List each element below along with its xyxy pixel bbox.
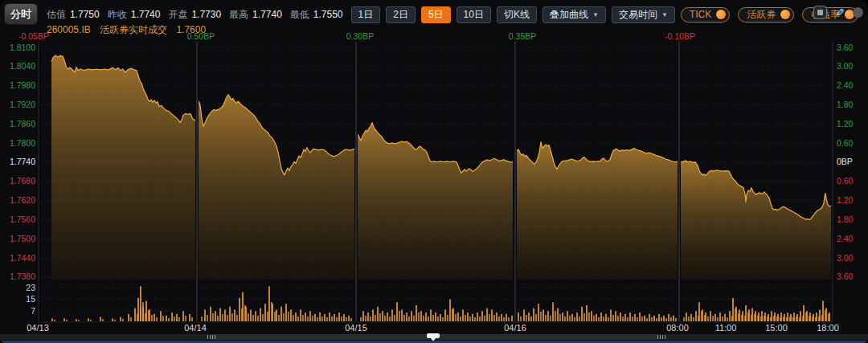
field-prev-close: 昨收 1.7740 (108, 8, 161, 22)
svg-text:1.7740: 1.7740 (10, 157, 35, 166)
draw-tool-icon[interactable]: ✎ (835, 6, 845, 19)
svg-text:1.80: 1.80 (837, 214, 854, 224)
svg-text:1.8100: 1.8100 (10, 43, 35, 52)
svg-text:0.30BP: 0.30BP (346, 31, 374, 41)
field-value: 1.7740 (131, 9, 161, 20)
toggle-knob-icon (780, 10, 790, 19)
svg-text:04/14: 04/14 (184, 323, 207, 333)
svg-text:1.7680: 1.7680 (10, 176, 35, 186)
field-value: 1.7740 (252, 9, 282, 20)
field-valuation: 估值 1.7750 (47, 8, 100, 22)
svg-text:04/15: 04/15 (345, 323, 367, 333)
svg-text:11:00: 11:00 (715, 323, 737, 333)
svg-text:3.00: 3.00 (837, 61, 854, 71)
switch-kline-button[interactable]: 切K线 (497, 6, 537, 23)
svg-text:23: 23 (26, 283, 35, 292)
svg-text:7: 7 (31, 306, 35, 316)
svg-text:2.40: 2.40 (837, 80, 854, 90)
svg-text:3.60: 3.60 (837, 43, 854, 52)
svg-text:1.7860: 1.7860 (10, 119, 35, 129)
svg-text:1.8040: 1.8040 (10, 61, 35, 71)
svg-text:1.7380: 1.7380 (10, 272, 35, 281)
chevron-down-icon: ▼ (592, 9, 599, 21)
svg-text:1.7980: 1.7980 (10, 80, 35, 90)
svg-text:04/13: 04/13 (27, 323, 49, 333)
svg-text:1.20: 1.20 (837, 119, 854, 129)
svg-text:08:00: 08:00 (666, 323, 689, 333)
field-label: 最高 (229, 8, 248, 22)
trading-session-label: 交易时间 (619, 9, 657, 21)
trading-session-dropdown[interactable]: 交易时间 ▼ (612, 6, 675, 23)
svg-text:0.35BP: 0.35BP (509, 31, 536, 41)
active-bond-quote: 260005.IB 活跃券实时成交 1.7600 (47, 23, 212, 37)
field-value: 1.7550 (313, 9, 343, 20)
svg-text:04/16: 04/16 (504, 323, 526, 333)
toolbar: 估值 1.7750 昨收 1.7740 开盘 1.7730 最高 1.7740 … (47, 5, 866, 24)
period-button-1d[interactable]: 1日 (351, 6, 381, 23)
bond-trading-window: 1.81001.80401.79801.79201.78601.78001.77… (0, 0, 868, 343)
bond-code: 260005.IB (47, 24, 91, 35)
svg-text:3.60: 3.60 (837, 272, 854, 281)
svg-text:1.7920: 1.7920 (10, 100, 35, 109)
overlay-curve-label: 叠加曲线 (550, 9, 588, 21)
active-bond-toggle-label: 活跃券 (747, 8, 776, 22)
field-low: 最低 1.7550 (290, 8, 343, 22)
svg-text:15:00: 15:00 (765, 323, 788, 333)
field-label: 昨收 (108, 8, 127, 22)
svg-text:-0.05BP: -0.05BP (18, 31, 49, 41)
overlay-curve-dropdown[interactable]: 叠加曲线 ▼ (542, 6, 606, 23)
period-button-2d[interactable]: 2日 (386, 6, 416, 23)
svg-text:0BP: 0BP (837, 157, 853, 166)
field-value: 1.7750 (70, 9, 100, 20)
period-button-5d[interactable]: 5日 (421, 6, 451, 23)
field-label: 最低 (290, 8, 309, 22)
active-bond-trade-price: 1.7600 (176, 24, 206, 35)
svg-text:3.00: 3.00 (837, 253, 854, 263)
tick-toggle-label: TICK (690, 9, 711, 20)
svg-text:1.80: 1.80 (837, 100, 854, 109)
svg-text:1.7440: 1.7440 (10, 253, 35, 263)
svg-text:2.40: 2.40 (837, 234, 854, 243)
svg-text:1.7800: 1.7800 (10, 138, 35, 148)
active-bond-trade-label: 活跃券实时成交 (100, 24, 167, 35)
svg-text:0.60: 0.60 (837, 138, 854, 148)
svg-text:18:00: 18:00 (817, 323, 839, 333)
popout-icon[interactable] (813, 6, 827, 19)
svg-text:1.7620: 1.7620 (10, 195, 35, 205)
chevron-down-icon: ▼ (661, 9, 668, 21)
active-bond-toggle[interactable]: 活跃券 (738, 7, 794, 22)
field-label: 开盘 (168, 8, 187, 22)
scrollbar-right-grip[interactable] (657, 335, 665, 339)
period-button-10d[interactable]: 10日 (457, 6, 491, 23)
price-chart[interactable]: 1.81001.80401.79801.79201.78601.78001.77… (0, 0, 868, 343)
field-open: 开盘 1.7730 (168, 8, 221, 22)
toggle-knob-icon (716, 10, 726, 19)
svg-text:15: 15 (26, 294, 35, 304)
field-label: 估值 (47, 8, 66, 22)
svg-text:1.7560: 1.7560 (10, 214, 35, 224)
svg-text:1.7500: 1.7500 (10, 234, 35, 243)
info-icon[interactable] (853, 7, 863, 18)
svg-text:0.60: 0.60 (837, 176, 854, 186)
tab-intraday[interactable]: 分时 (4, 3, 38, 25)
svg-text:-0.10BP: -0.10BP (665, 31, 695, 41)
field-value: 1.7730 (191, 9, 221, 20)
scrollbar-left-grip[interactable] (207, 335, 215, 339)
window-tools: ✎ (813, 6, 863, 19)
tick-toggle[interactable]: TICK (681, 7, 730, 22)
svg-text:1.20: 1.20 (837, 195, 854, 205)
field-high: 最高 1.7740 (229, 8, 282, 22)
